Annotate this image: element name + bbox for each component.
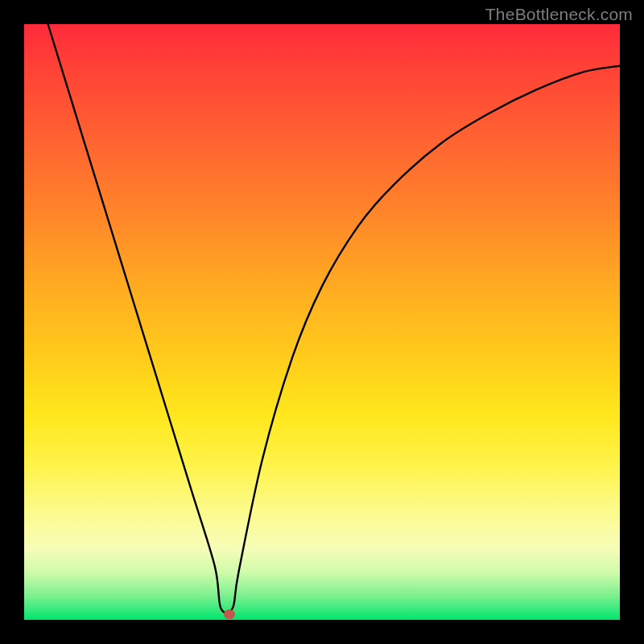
chart-frame: TheBottleneck.com (0, 0, 644, 644)
minimum-marker (224, 609, 235, 619)
watermark-text: TheBottleneck.com (485, 5, 633, 24)
plot-area (24, 24, 620, 620)
curve-path (48, 24, 620, 613)
bottleneck-curve (24, 24, 620, 620)
